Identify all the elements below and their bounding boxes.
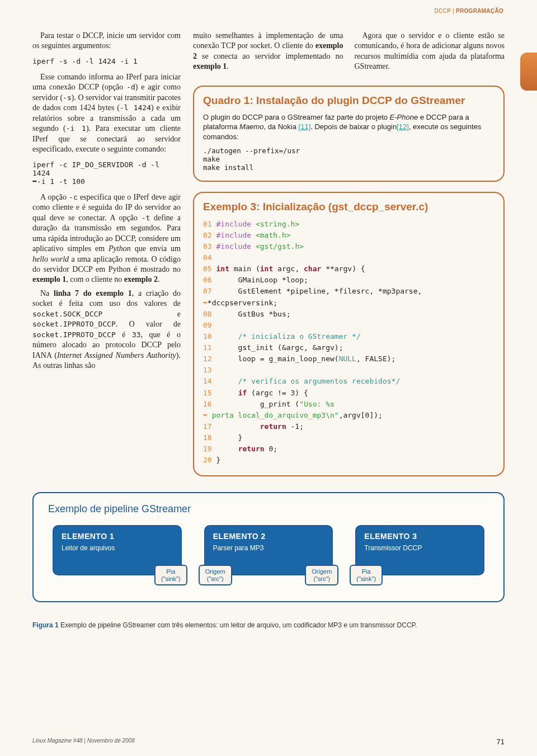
port-label: Origem("src") bbox=[305, 565, 338, 585]
ref-link-11[interactable]: [11] bbox=[299, 122, 311, 131]
pipeline-diagram: Exemplo de pipeline GStreamer ELEMENTO 1… bbox=[32, 492, 505, 602]
element-title: ELEMENTO 1 bbox=[62, 532, 173, 541]
box-commands: ./autogen --prefix=/usr make make instal… bbox=[203, 147, 494, 172]
kicker: DCCP bbox=[435, 8, 451, 14]
running-head: DCCP | PROGRAMAÇÃO bbox=[0, 0, 537, 14]
command-block: iperf -c IP_DO_SERVIDOR -d -l 1424 ➥-i 1… bbox=[32, 160, 181, 186]
element-subtitle: Parser para MP3 bbox=[213, 544, 324, 552]
figure-caption: Figura 1 Exemplo de pipeline GStreamer c… bbox=[32, 621, 505, 629]
page-footer: Linux Magazine #48 | Novembro de 2008 71 bbox=[32, 738, 505, 746]
quadro-1: Quadro 1: Instalação do plugin DCCP do G… bbox=[193, 86, 505, 182]
ref-link-12[interactable]: [12] bbox=[397, 122, 409, 131]
body-text: Esse comando informa ao IPerf para inici… bbox=[32, 72, 181, 155]
exemplo-3: Exemplo 3: Inicialização (gst_dccp_serve… bbox=[193, 192, 505, 476]
left-column: Para testar o DCCP, inicie um servidor c… bbox=[32, 31, 181, 476]
element-title: ELEMENTO 3 bbox=[364, 532, 475, 541]
right-column: Agora que o servidor e o cliente estão s… bbox=[355, 31, 505, 75]
element-subtitle: Transmissor DCCP bbox=[364, 544, 475, 552]
body-text: A opção -c especifica que o IPerf deve a… bbox=[32, 192, 181, 285]
body-text: Agora que o servidor e o cliente estão s… bbox=[355, 31, 505, 72]
box-title: Exemplo 3: Inicialização (gst_dccp_serve… bbox=[203, 201, 494, 213]
box-title: Quadro 1: Instalação do plugin DCCP do G… bbox=[203, 94, 494, 107]
port-label: Pia("sink") bbox=[154, 565, 187, 585]
port-label: Origem("src") bbox=[199, 565, 232, 585]
code-listing: 01 #include <string.h>02 #include <math.… bbox=[203, 219, 494, 466]
pipeline-element: ELEMENTO 3Transmissor DCCPPia("sink") bbox=[355, 525, 484, 575]
box-body: O plugin do DCCP para o GStreamer faz pa… bbox=[203, 112, 494, 142]
body-text: muito semelhantes à implementação de uma… bbox=[193, 31, 343, 72]
footer-issue: Linux Magazine #48 | Novembro de 2008 bbox=[32, 738, 135, 746]
body-text: Na linha 7 do exemplo 1, a criação do so… bbox=[32, 289, 181, 371]
element-subtitle: Leitor de arquivos bbox=[62, 544, 173, 552]
command-block: iperf -s -d -l 1424 -i 1 bbox=[32, 57, 181, 65]
side-tab bbox=[520, 53, 537, 91]
pipeline-title: Exemplo de pipeline GStreamer bbox=[48, 503, 492, 515]
pipeline-element: ELEMENTO 2Parser para MP3Origem("src")Or… bbox=[204, 525, 333, 575]
pipeline-element: ELEMENTO 1Leitor de arquivosPia("sink") bbox=[53, 525, 182, 575]
middle-column: muito semelhantes à implementação de uma… bbox=[193, 31, 343, 75]
section: PROGRAMAÇÃO bbox=[456, 8, 503, 14]
page-number: 71 bbox=[497, 738, 505, 746]
port-label: Pia("sink") bbox=[350, 565, 383, 585]
figure-1: Exemplo de pipeline GStreamer ELEMENTO 1… bbox=[32, 492, 505, 629]
body-text: Para testar o DCCP, inicie um servidor c… bbox=[32, 31, 181, 51]
element-title: ELEMENTO 2 bbox=[213, 532, 324, 541]
